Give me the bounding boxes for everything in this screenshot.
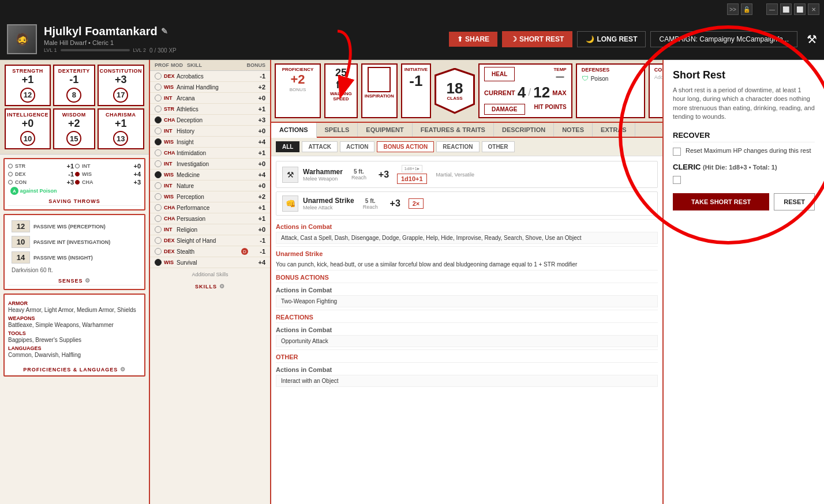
skill-athletics[interactable]: STR Athletics +1	[150, 104, 270, 115]
short-rest-title: Short Rest	[673, 69, 815, 81]
minimize-icon[interactable]: —	[766, 3, 778, 15]
skill-perception[interactable]: WIS Perception +2	[150, 191, 270, 202]
skill-animal-handling[interactable]: WIS Animal Handling +2	[150, 82, 270, 93]
action-filter-bar: ALL ATTACK ACTION BONUS ACTION REACTION …	[271, 138, 662, 156]
skill-prof-arcana	[155, 95, 162, 101]
unarmed-desc-header: Unarmed Strike	[276, 246, 658, 259]
skill-deception[interactable]: CHA Deception +3	[150, 115, 270, 126]
tab-spells[interactable]: SPELLS	[317, 123, 358, 137]
take-short-rest-button[interactable]: TAKE SHORT REST	[673, 193, 769, 210]
defenses-box: DEFENSES 🛡 Poison	[576, 63, 645, 118]
skill-nature[interactable]: INT Nature +0	[150, 180, 270, 191]
char-name-edit-icon[interactable]: ✎	[161, 27, 168, 36]
maximize-icon[interactable]: ⬜	[794, 3, 806, 15]
restore-icon[interactable]: ⬜	[780, 3, 792, 15]
reset-button[interactable]: RESET	[774, 193, 815, 210]
ability-dexterity[interactable]: DEXTERITY -1 8	[53, 65, 95, 106]
unarmed-reach: 5 ft. Reach	[359, 198, 382, 210]
skill-prof-religion	[155, 226, 162, 233]
saves-grid: STR +1 INT +0 DEX -1	[8, 163, 141, 186]
skill-prof-insight	[155, 138, 162, 145]
tab-description[interactable]: DESCRIPTION	[494, 123, 554, 137]
skill-religion[interactable]: INT Religion +0	[150, 224, 270, 235]
skill-prof-nature	[155, 182, 162, 189]
passive-insight: 14 PASSIVE WIS (INSIGHT)	[8, 250, 141, 265]
filter-action[interactable]: ACTION	[340, 141, 374, 152]
tab-notes[interactable]: NOTES	[554, 123, 593, 137]
skill-investigation[interactable]: INT Investigation +0	[150, 159, 270, 170]
skill-survival[interactable]: WIS Survival +4	[150, 257, 270, 268]
skills-gear-icon[interactable]: ⚙	[219, 283, 225, 289]
tab-actions[interactable]: ACTIONS	[271, 123, 317, 138]
skill-intimidation[interactable]: CHA Intimidation +1	[150, 148, 270, 159]
skill-prof-deception	[155, 116, 162, 123]
skill-prof-intimidation	[155, 149, 162, 156]
skill-medicine[interactable]: WIS Medicine +4	[150, 170, 270, 180]
skill-acrobatics[interactable]: DEX Acrobatics -1	[150, 71, 270, 82]
ability-wisdom[interactable]: WISDOM +2 15	[53, 108, 95, 150]
add-conditions-btn[interactable]: Add Active Conditions	[654, 74, 662, 80]
save-dex: DEX -1	[8, 171, 74, 178]
passive-perception: 12 PASSIVE WIS (PERCEPTION)	[8, 219, 141, 234]
prof-section: ARMOR Heavy Armor, Light Armor, Medium A…	[5, 295, 144, 362]
hit-die-checkbox[interactable]	[673, 176, 681, 184]
skill-prof-investigation	[155, 160, 162, 167]
char-name-text: Hjulkyl Foamtankard	[44, 25, 158, 38]
additional-skills[interactable]: Additional Skills	[150, 268, 270, 281]
forward-icon[interactable]: >>	[727, 3, 739, 15]
short-rest-button[interactable]: ☽ SHORT REST	[502, 31, 572, 47]
skill-performance[interactable]: CHA Performance +1	[150, 202, 270, 213]
tab-equipment[interactable]: EQUIPMENT	[358, 123, 412, 137]
hp-reset-row: Reset Maximum HP changes during this res…	[673, 147, 815, 156]
inspiration-box: INSPIRATION	[361, 63, 398, 118]
save-wis-bullet	[75, 172, 80, 176]
filter-other[interactable]: OTHER	[482, 141, 515, 152]
moon-icon: ☽	[511, 35, 517, 43]
lock-icon[interactable]: 🔓	[741, 3, 752, 15]
left-panel: STRENGTH +1 12 DEXTERITY -1 8 CONSTITUTI…	[0, 60, 150, 504]
filter-bonus-action[interactable]: BONUS ACTION	[377, 141, 434, 152]
actions-in-combat-header: Actions in Combat	[276, 219, 658, 232]
hp-reset-checkbox[interactable]	[673, 148, 681, 156]
shield-defense-icon: 🛡	[582, 74, 589, 82]
long-rest-button[interactable]: 🌙 LONG REST	[577, 31, 646, 47]
proficiencies-title: PROFICIENCIES & LANGUAGES ⚙	[5, 364, 144, 375]
close-icon[interactable]: ✕	[808, 3, 819, 15]
hp-current-row: CURRENT 4 / 12 MAX	[484, 84, 567, 101]
save-cha-bullet	[75, 180, 80, 185]
skill-arcana[interactable]: INT Arcana +0	[150, 93, 270, 104]
tab-extras[interactable]: EXTRAS	[593, 123, 635, 137]
skill-prof-performance	[155, 204, 162, 211]
skill-sleight[interactable]: DEX Sleight of Hand -1	[150, 235, 270, 246]
campaign-button[interactable]: CAMPAIGN: Campaigny McCampaignfa...	[650, 31, 797, 47]
filter-all[interactable]: ALL	[276, 141, 299, 152]
skill-persuasion[interactable]: CHA Persuasion +1	[150, 213, 270, 224]
save-dex-bullet	[8, 172, 13, 176]
senses-gear-icon[interactable]: ⚙	[85, 277, 91, 284]
ability-constitution[interactable]: CONSTITUTION +3 17	[98, 65, 145, 106]
action-area: ACTIONS SPELLS EQUIPMENT FEATURES & TRAI…	[271, 123, 662, 504]
cleric-class-title: CLERIC (Hit Die: 1d8+3 • Total: 1)	[673, 163, 815, 171]
skill-insight[interactable]: WIS Insight +4	[150, 137, 270, 148]
save-int-bullet	[75, 164, 80, 168]
ability-charisma[interactable]: CHARISMA +1 13	[98, 108, 145, 150]
heal-button[interactable]: HEAL	[484, 67, 515, 81]
ability-intelligence[interactable]: INTELLIGENCE +0 10	[5, 108, 51, 150]
inspiration-die[interactable]	[368, 67, 391, 92]
bonus-actions-header: BONUS ACTIONS	[276, 270, 658, 283]
action-unarmed: 👊 Unarmed Strike Melee Attack 5 ft. Reac…	[276, 191, 658, 216]
warhammer-tags: Martial, Versatile	[436, 172, 475, 178]
char-info: Hjulkyl Foamtankard ✎ Male Hill Dwarf • …	[44, 25, 442, 54]
filter-attack[interactable]: ATTACK	[302, 141, 338, 152]
filter-reaction[interactable]: REACTION	[436, 141, 479, 152]
skill-stealth[interactable]: DEX Stealth D -1	[150, 246, 270, 257]
anvil-icon[interactable]: ⚒	[807, 32, 817, 46]
languages-val: Common, Dwarvish, Halfling	[8, 352, 141, 358]
share-button[interactable]: ⬆ SHARE	[449, 32, 497, 47]
ability-strength[interactable]: STRENGTH +1 12	[5, 65, 51, 106]
tab-features[interactable]: FEATURES & TRAITS	[413, 123, 494, 137]
skill-history[interactable]: INT History +0	[150, 126, 270, 137]
header: 🧔 Hjulkyl Foamtankard ✎ Male Hill Dwarf …	[0, 18, 824, 60]
damage-button[interactable]: DAMAGE	[484, 104, 525, 115]
prof-gear-icon[interactable]: ⚙	[120, 366, 126, 373]
